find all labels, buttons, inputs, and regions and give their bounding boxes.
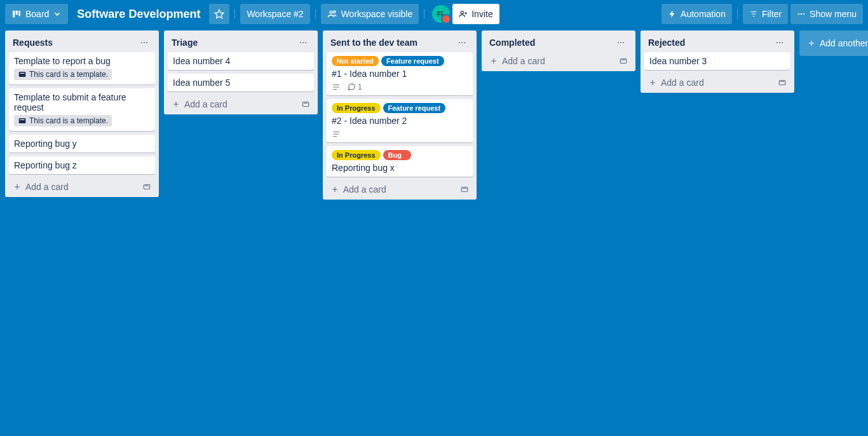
card[interactable]: In Progress Bug Reporting bug x [327,146,473,177]
board-header: Board Software Development Workspace #2 … [0,0,868,28]
divider [315,9,316,19]
svg-rect-29 [620,59,626,64]
chevron-down-icon [53,10,62,18]
visibility-button[interactable]: Workspace visible [321,4,419,24]
template-picker-icon[interactable] [619,57,628,65]
svg-point-12 [146,42,147,43]
svg-rect-13 [19,72,26,77]
divider [737,9,738,19]
list-title[interactable]: Completed [489,37,535,48]
member-avatar[interactable]: FL [432,5,450,23]
svg-point-30 [776,42,778,43]
svg-rect-33 [779,81,785,85]
list-triage: Triage Idea number 4 Idea number 5 Add a… [164,31,318,114]
card-title: Template to report a bug [14,56,150,66]
template-badge-text: This card is a template. [29,116,108,125]
add-card-button[interactable]: Add a card [9,178,155,193]
svg-rect-0 [13,11,15,18]
label-feature-request[interactable]: Feature request [381,56,444,66]
people-icon [327,9,337,19]
automation-button[interactable]: Automation [661,4,732,24]
card-title: Idea number 4 [173,56,309,66]
svg-point-28 [623,42,624,43]
plus-icon [648,78,657,87]
add-card-button[interactable]: Add a card [644,74,790,89]
svg-rect-21 [302,102,308,107]
card-title: Template to submit a feature request [14,92,150,112]
svg-point-19 [302,42,304,43]
template-badge: This card is a template. [14,69,112,80]
plus-icon [489,57,498,65]
add-card-label: Add a card [184,99,227,109]
svg-point-27 [620,42,621,43]
svg-point-32 [782,42,783,43]
list-menu-button[interactable] [455,37,469,48]
card-title: Idea number 5 [173,78,309,88]
comments-badge: 1 [347,83,362,92]
svg-point-18 [300,42,301,43]
svg-point-7 [798,13,799,15]
workspace-button[interactable]: Workspace #2 [240,4,309,24]
plus-icon [172,100,180,109]
list-menu-button[interactable] [614,37,628,48]
card[interactable]: In Progress Feature request #2 - Idea nu… [327,99,473,142]
svg-point-26 [618,42,619,43]
label-feature-request[interactable]: Feature request [383,103,446,113]
description-icon [332,83,341,92]
svg-point-9 [803,13,804,15]
card[interactable]: Idea number 5 [168,74,314,92]
list-title[interactable]: Sent to the dev team [330,37,417,48]
card[interactable]: Idea number 4 [168,52,314,70]
show-menu-button[interactable]: Show menu [790,4,863,24]
bolt-icon [668,10,677,18]
list-title[interactable]: Requests [13,37,53,48]
avatar-initials: FL [437,10,445,18]
board-title[interactable]: Software Development [71,8,207,21]
svg-point-11 [144,42,145,43]
list-title[interactable]: Triage [172,37,198,48]
template-picker-icon[interactable] [778,78,787,87]
label-in-progress[interactable]: In Progress [332,103,381,113]
add-list-button[interactable]: Add another list [799,31,868,56]
add-card-button[interactable]: Add a card [168,95,314,111]
svg-rect-15 [19,118,26,123]
comment-icon [347,83,356,92]
add-list-label: Add another list [820,38,868,48]
description-icon [332,130,341,139]
divider [424,9,424,19]
template-picker-icon[interactable] [301,100,310,109]
card-title: Idea number 3 [649,56,785,66]
view-switcher-button[interactable]: Board [5,4,68,24]
star-button[interactable] [209,4,229,24]
plus-icon [13,182,22,191]
card-title: Reporting bug z [14,160,150,170]
card[interactable]: Template to report a bug This card is a … [9,52,155,85]
card[interactable]: Reporting bug z [9,156,155,174]
board-view-icon [11,9,22,19]
visibility-label: Workspace visible [341,9,413,19]
card[interactable]: Idea number 3 [644,52,790,70]
svg-point-24 [464,42,465,43]
card[interactable]: Template to submit a feature request Thi… [9,88,155,131]
filter-button[interactable]: Filter [743,4,788,24]
add-card-button[interactable]: Add a card [327,181,473,196]
card[interactable]: Reporting bug y [9,135,155,153]
list-menu-button[interactable] [296,37,310,48]
list-menu-button[interactable] [773,37,787,48]
label-not-started[interactable]: Not started [332,56,379,66]
label-in-progress[interactable]: In Progress [332,150,381,160]
list-title[interactable]: Rejected [648,37,685,48]
list-requests: Requests Template to report a bug This c… [5,31,159,197]
template-icon [18,70,27,79]
invite-label: Invite [471,9,492,19]
template-picker-icon[interactable] [142,182,151,191]
invite-button[interactable]: Invite [452,4,499,24]
add-card-button[interactable]: Add a card [485,52,632,67]
card[interactable]: Not started Feature request #1 - Idea nu… [327,52,473,95]
list-completed: Completed Add a card [482,31,635,71]
template-picker-icon[interactable] [460,185,469,194]
list-menu-button[interactable] [137,37,151,48]
svg-rect-16 [20,119,25,120]
template-badge-text: This card is a template. [29,70,108,79]
label-bug[interactable]: Bug [383,150,411,160]
